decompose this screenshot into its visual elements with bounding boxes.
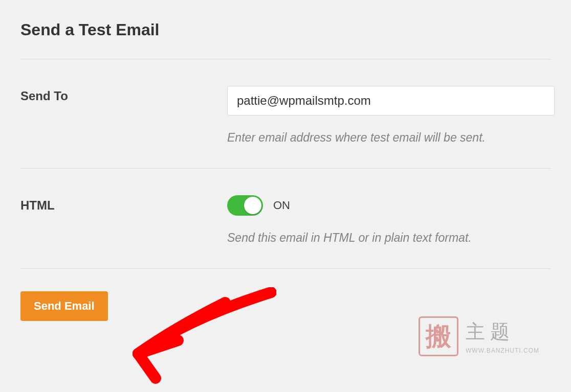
watermark: 搬 主题 WWW.BANZHUTI.COM (419, 316, 539, 356)
html-toggle-state: ON (273, 199, 290, 212)
send-to-input[interactable] (227, 86, 555, 116)
watermark-stamp-icon: 搬 (419, 316, 458, 356)
html-help: Send this email in HTML or in plain text… (227, 231, 551, 245)
html-row: HTML ON Send this email in HTML or in pl… (20, 169, 551, 268)
html-label: HTML (20, 195, 227, 213)
watermark-main: 主题 (466, 319, 515, 345)
html-toggle[interactable] (227, 195, 263, 216)
send-to-help: Enter email address where test email wil… (227, 131, 555, 145)
send-to-label: Send To (20, 86, 227, 103)
send-to-row: Send To Enter email address where test e… (20, 59, 551, 168)
send-email-button[interactable]: Send Email (20, 291, 108, 321)
toggle-knob-icon (244, 197, 261, 214)
watermark-sub: WWW.BANZHUTI.COM (466, 347, 539, 354)
page-title: Send a Test Email (20, 20, 551, 39)
